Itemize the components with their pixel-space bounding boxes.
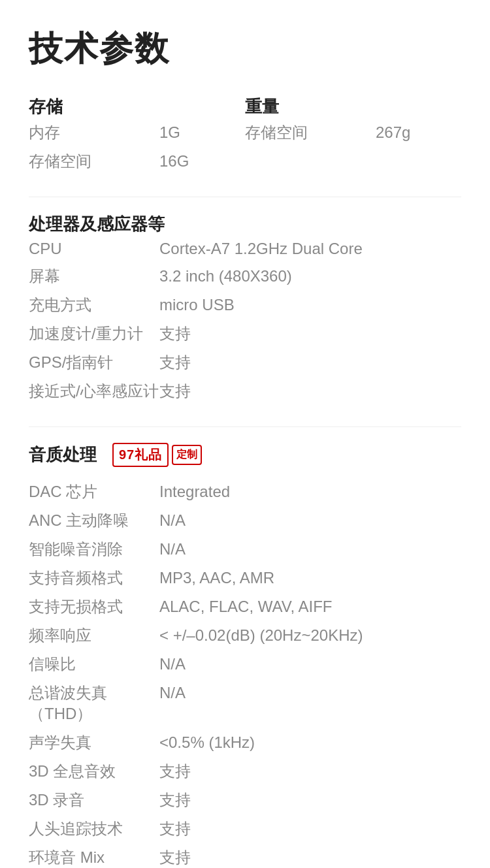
spec-label: DAC 芯片: [29, 481, 159, 502]
spec-label: 接近式/心率感应计: [29, 381, 159, 402]
spec-value: N/A: [159, 511, 461, 530]
spec-value: N/A: [159, 540, 461, 558]
spec-value: ALAC, FLAC, WAV, AIFF: [159, 598, 461, 616]
storage-title: 存储: [29, 95, 245, 118]
spec-label: 存储空间: [245, 122, 376, 143]
spec-label: 频率响应: [29, 625, 159, 646]
spec-label: 支持无损格式: [29, 596, 159, 617]
spec-value: Cortex-A7 1.2GHz Dual Core: [159, 240, 461, 258]
spec-value: 支持: [159, 323, 461, 344]
table-row: ANC 主动降噪 N/A: [29, 506, 461, 535]
table-row: 支持音频格式 MP3, AAC, AMR: [29, 564, 461, 592]
spec-label: CPU: [29, 240, 159, 258]
spec-label: 屏幕: [29, 266, 159, 287]
table-row: 存储空间 267g: [245, 118, 461, 147]
stamp-97lipin: 97礼品: [112, 443, 169, 467]
table-row: 存储空间 16G: [29, 147, 245, 176]
spec-value: micro USB: [159, 296, 461, 314]
spec-value: < +/–0.02(dB) (20Hz~20KHz): [159, 626, 461, 645]
spec-value: 支持: [159, 790, 461, 811]
spec-label: ANC 主动降噪: [29, 510, 159, 531]
table-row: 总谐波失真（THD） N/A: [29, 679, 461, 728]
weight-title: 重量: [245, 95, 461, 118]
audio-table: DAC 芯片 Integrated ANC 主动降噪 N/A 智能噪音消除 N/…: [29, 477, 461, 868]
spec-value: 1G: [159, 123, 245, 142]
spec-label: 充电方式: [29, 295, 159, 315]
page-title: 技术参数: [29, 26, 461, 72]
table-row: 支持无损格式 ALAC, FLAC, WAV, AIFF: [29, 592, 461, 621]
spec-value: 3.2 inch (480X360): [159, 267, 461, 285]
spec-value: 267g: [376, 123, 461, 142]
spec-label: 存储空间: [29, 151, 159, 172]
spec-label: 总谐波失真（THD）: [29, 683, 159, 724]
section-divider: [29, 197, 461, 197]
spec-value: 支持: [159, 352, 461, 373]
spec-label: 人头追踪技术: [29, 818, 159, 839]
table-row: 内存 1G: [29, 118, 245, 147]
table-row: 人头追踪技术 支持: [29, 814, 461, 843]
spec-label: 支持音频格式: [29, 568, 159, 588]
spec-value: N/A: [159, 655, 461, 673]
spec-value-wrap: Integrated: [159, 483, 461, 501]
spec-label: 环境音 Mix: [29, 847, 159, 868]
table-row: 加速度计/重力计 支持: [29, 319, 461, 348]
spec-value: 16G: [159, 152, 245, 170]
spec-value: N/A: [159, 684, 461, 702]
spec-value: 支持: [159, 761, 461, 782]
table-row: 充电方式 micro USB: [29, 291, 461, 319]
spec-label: 内存: [29, 122, 159, 143]
storage-table: 内存 1G 存储空间 16G: [29, 118, 245, 176]
weight-column: 重量 存储空间 267g: [245, 95, 461, 176]
spec-value: <0.5% (1kHz): [159, 733, 461, 752]
spec-label: 信噪比: [29, 654, 159, 675]
spec-value: 支持: [159, 818, 461, 839]
spec-value: 支持: [159, 847, 461, 868]
spec-label: GPS/指南针: [29, 352, 159, 373]
spec-value: Integrated: [159, 483, 230, 501]
spec-label: 智能噪音消除: [29, 539, 159, 560]
storage-weight-section: 存储 内存 1G 存储空间 16G 重量 存储空间 267g: [29, 95, 461, 176]
spec-label: 加速度计/重力计: [29, 323, 159, 344]
storage-column: 存储 内存 1G 存储空间 16G: [29, 95, 245, 176]
table-row: 3D 全息音效 支持: [29, 757, 461, 786]
spec-value: 支持: [159, 381, 461, 402]
table-row: CPU Cortex-A7 1.2GHz Dual Core: [29, 236, 461, 262]
spec-label: 3D 全息音效: [29, 761, 159, 782]
table-row: 声学失真 <0.5% (1kHz): [29, 728, 461, 757]
table-row: 智能噪音消除 N/A: [29, 535, 461, 564]
table-row: 频率响应 < +/–0.02(dB) (20Hz~20KHz): [29, 621, 461, 650]
table-row: 屏幕 3.2 inch (480X360): [29, 262, 461, 291]
table-row: 3D 录音 支持: [29, 786, 461, 814]
spec-label: 声学失真: [29, 732, 159, 753]
section-divider: [29, 426, 461, 427]
audio-section: 音质处理 97礼品 定制 DAC 芯片 Integrated ANC 主动降噪 …: [29, 443, 461, 868]
table-row: 环境音 Mix 支持: [29, 843, 461, 868]
processor-table: CPU Cortex-A7 1.2GHz Dual Core 屏幕 3.2 in…: [29, 236, 461, 406]
audio-title: 音质处理: [29, 443, 97, 466]
table-row: GPS/指南针 支持: [29, 348, 461, 377]
weight-table: 存储空间 267g: [245, 118, 461, 147]
spec-label: 3D 录音: [29, 790, 159, 811]
table-row: DAC 芯片 Integrated: [29, 477, 461, 506]
table-row: 信噪比 N/A: [29, 650, 461, 679]
processor-section: 处理器及感应器等 CPU Cortex-A7 1.2GHz Dual Core …: [29, 213, 461, 406]
spec-value: MP3, AAC, AMR: [159, 569, 461, 587]
processor-title: 处理器及感应器等: [29, 213, 461, 236]
stamp-dinzhi: 定制: [172, 445, 202, 465]
table-row: 接近式/心率感应计 支持: [29, 377, 461, 406]
